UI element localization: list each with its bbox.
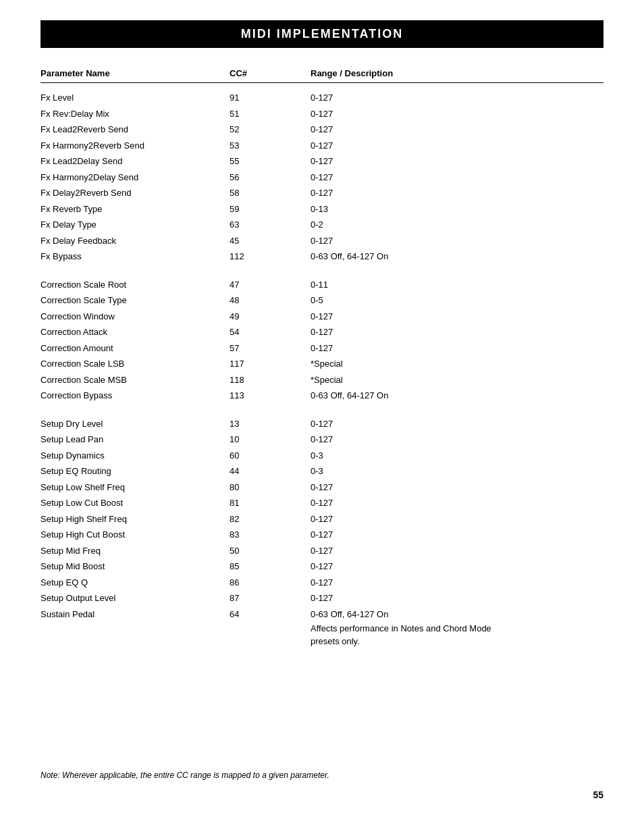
- row-param-name: Correction Scale Root: [41, 278, 230, 292]
- header-cc: CC#: [230, 68, 311, 78]
- table-row: Setup Mid Boost850-127: [41, 558, 603, 575]
- row-cc: 58: [230, 186, 311, 200]
- table-row: Fx Lead2Reverb Send520-127: [41, 122, 603, 138]
- table-row: Fx Lead2Delay Send550-127: [41, 153, 603, 170]
- row-range: 0-3: [311, 449, 603, 463]
- row-cc: 57: [230, 342, 311, 355]
- row-param-name: Setup EQ Q: [41, 576, 230, 590]
- row-cc: 10: [230, 433, 311, 446]
- row-param-name: Fx Lead2Delay Send: [41, 155, 230, 168]
- row-range: 0-63 Off, 64-127 On: [311, 250, 603, 263]
- row-param-name: Correction Scale MSB: [41, 373, 230, 387]
- row-cc: 91: [230, 91, 311, 105]
- row-range: 0-127: [311, 528, 603, 542]
- row-cc: 112: [230, 250, 311, 263]
- title-bar: MIDI IMPLEMENTATION: [41, 20, 603, 48]
- table-row: Correction Amount570-127: [41, 340, 603, 357]
- row-cc: 49: [230, 310, 311, 323]
- table-row: Setup Output Level870-127: [41, 590, 603, 606]
- row-range: 0-127: [311, 513, 603, 526]
- table-row: Setup Dry Level130-127: [41, 416, 603, 432]
- row-range: *Special: [311, 357, 603, 371]
- row-param-name: Fx Delay Type: [41, 218, 230, 232]
- row-param-name: Fx Delay2Reverb Send: [41, 186, 230, 200]
- row-cc: 63: [230, 218, 311, 232]
- sustain-extra-text: Affects performance in Notes and Chord M…: [311, 623, 603, 633]
- row-range: *Special: [311, 373, 603, 387]
- row-param-name: Fx Bypass: [41, 250, 230, 263]
- table-row: Correction Scale MSB118*Special: [41, 372, 603, 388]
- row-param-name: Fx Level: [41, 91, 230, 105]
- row-param-name: Sustain Pedal: [41, 608, 230, 621]
- row-range: 0-5: [311, 294, 603, 307]
- row-param-name: Setup Low Shelf Freq: [41, 481, 230, 494]
- row-range: 0-127: [311, 107, 603, 121]
- row-param-name: Setup Dynamics: [41, 449, 230, 463]
- table-row: Setup Lead Pan100-127: [41, 432, 603, 448]
- row-cc: 64: [230, 608, 311, 621]
- section-fx: Fx Level910-127Fx Rev:Delay Mix510-127Fx…: [41, 90, 603, 265]
- row-cc: 55: [230, 155, 311, 168]
- table-row: Fx Level910-127: [41, 90, 603, 106]
- row-range: 0-63 Off, 64-127 On: [311, 608, 603, 621]
- row-range: 0-127: [311, 325, 603, 339]
- row-range: 0-127: [311, 139, 603, 153]
- row-param-name: Correction Window: [41, 310, 230, 323]
- row-range: 0-127: [311, 310, 603, 323]
- row-cc: 47: [230, 278, 311, 292]
- table-row: Fx Harmony2Delay Send560-127: [41, 170, 603, 186]
- row-cc: 54: [230, 325, 311, 339]
- row-cc: 85: [230, 560, 311, 573]
- row-range: 0-127: [311, 91, 603, 105]
- row-param-name: Fx Lead2Reverb Send: [41, 123, 230, 136]
- row-cc: 118: [230, 373, 311, 387]
- header-param-name: Parameter Name: [41, 68, 230, 78]
- row-param-name: Fx Harmony2Delay Send: [41, 171, 230, 184]
- row-cc: 87: [230, 592, 311, 605]
- table-row: Fx Delay Type630-2: [41, 217, 603, 233]
- row-param-name: Setup Dry Level: [41, 417, 230, 431]
- table-header: Parameter Name CC# Range / Description: [41, 68, 603, 83]
- row-range: 0-127: [311, 544, 603, 558]
- footer-note: Note: Wherever applicable, the entire CC…: [41, 771, 603, 780]
- row-cc: 113: [230, 389, 311, 402]
- table-row: Setup High Shelf Freq820-127: [41, 511, 603, 527]
- section-correction: Correction Scale Root470-11Correction Sc…: [41, 277, 603, 404]
- row-range: 0-3: [311, 465, 603, 478]
- row-range: 0-127: [311, 560, 603, 573]
- row-cc: 45: [230, 234, 311, 248]
- sustain-extra2-text: presets only.: [311, 636, 603, 646]
- table-row: Correction Scale LSB117*Special: [41, 356, 603, 372]
- row-param-name: Setup Output Level: [41, 592, 230, 605]
- row-param-name: Setup High Cut Boost: [41, 528, 230, 542]
- page-title: MIDI IMPLEMENTATION: [54, 27, 590, 41]
- row-range: 0-2: [311, 218, 603, 232]
- table-row: Fx Rev:Delay Mix510-127: [41, 106, 603, 122]
- row-cc: 51: [230, 107, 311, 121]
- row-param-name: Setup High Shelf Freq: [41, 513, 230, 526]
- row-cc: 80: [230, 481, 311, 494]
- table-row: Sustain Pedal640-63 Off, 64-127 On: [41, 606, 603, 623]
- row-range: 0-127: [311, 592, 603, 605]
- row-cc: 48: [230, 294, 311, 307]
- row-param-name: Setup Lead Pan: [41, 433, 230, 446]
- table-row: Correction Window490-127: [41, 309, 603, 325]
- row-range: 0-127: [311, 171, 603, 184]
- row-cc: 56: [230, 171, 311, 184]
- table-row: Fx Bypass1120-63 Off, 64-127 On: [41, 249, 603, 265]
- row-range: 0-127: [311, 123, 603, 136]
- table-row: Correction Scale Root470-11: [41, 277, 603, 293]
- row-param-name: Setup Low Cut Boost: [41, 496, 230, 510]
- table-row: Setup EQ Routing440-3: [41, 463, 603, 479]
- row-cc: 53: [230, 139, 311, 153]
- table-row: Setup High Cut Boost830-127: [41, 527, 603, 543]
- row-cc: 81: [230, 496, 311, 510]
- row-param-name: Fx Reverb Type: [41, 203, 230, 216]
- table-row: Correction Attack540-127: [41, 324, 603, 340]
- table-row: Fx Delay2Reverb Send580-127: [41, 185, 603, 201]
- row-range: 0-127: [311, 186, 603, 200]
- table-row: Setup Dynamics600-3: [41, 448, 603, 464]
- row-param-name: Fx Rev:Delay Mix: [41, 107, 230, 121]
- table-row: Setup Low Shelf Freq800-127: [41, 479, 603, 496]
- row-range: 0-127: [311, 433, 603, 446]
